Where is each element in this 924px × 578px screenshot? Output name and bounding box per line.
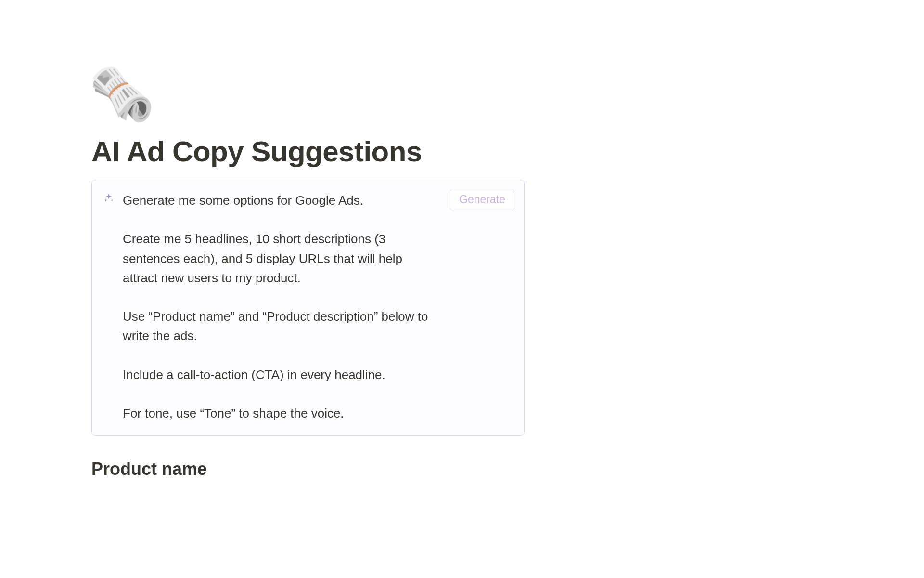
ai-spacer — [123, 384, 440, 404]
ai-spacer — [123, 288, 440, 307]
page-title[interactable]: AI Ad Copy Suggestions — [91, 135, 525, 168]
ai-prompt-block[interactable]: Generate Generate me some options for Go… — [91, 180, 525, 436]
ai-block-header: Generate me some options for Google Ads.… — [103, 191, 513, 423]
generate-button[interactable]: Generate — [450, 189, 514, 210]
ai-spacer — [123, 346, 440, 365]
ai-spacer — [123, 210, 440, 229]
ai-prompt-line: Include a call-to-action (CTA) in every … — [123, 365, 440, 384]
ai-prompt-line: Generate me some options for Google Ads. — [123, 191, 440, 210]
product-name-heading[interactable]: Product name — [91, 459, 525, 479]
ai-prompt-content[interactable]: Generate me some options for Google Ads.… — [123, 191, 513, 423]
ai-prompt-line: For tone, use “Tone” to shape the voice. — [123, 404, 440, 423]
page-icon[interactable]: 🗞️ — [89, 67, 525, 120]
sparkle-icon — [103, 193, 114, 203]
ai-prompt-line: Create me 5 headlines, 10 short descript… — [123, 229, 440, 288]
ai-prompt-line: Use “Product name” and “Product descript… — [123, 307, 440, 346]
page-container: 🗞️ AI Ad Copy Suggestions Generate Gener… — [0, 0, 616, 479]
